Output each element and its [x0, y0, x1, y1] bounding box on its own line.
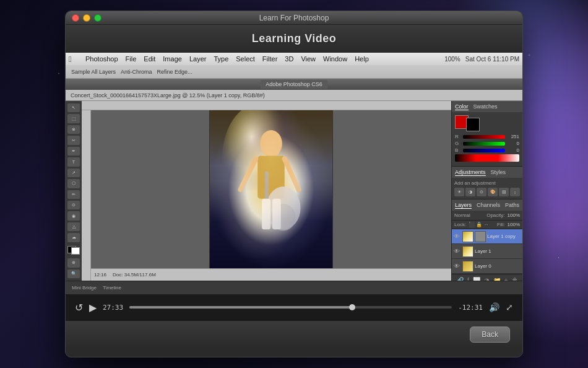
current-time: 27:33 — [103, 304, 123, 312]
ps-r-slider-row: R 251 — [455, 134, 519, 139]
ps-adj-icon-1: ☀ — [454, 188, 464, 196]
maximize-button[interactable] — [94, 14, 102, 22]
title-bar: Learn For Photoshop — [66, 11, 522, 25]
svg-rect-9 — [262, 198, 270, 229]
ps-tool-5: ✒ — [67, 147, 80, 156]
minimize-button[interactable] — [83, 14, 90, 22]
ps-menu-type: Type — [210, 55, 231, 63]
ps-layer-item-1: 👁 Layer 1 — [452, 244, 522, 259]
ps-canvas: 12:16 Doc: 34.5M/117.6M — [82, 101, 451, 281]
back-button[interactable]: Back — [470, 326, 510, 343]
ps-opt-anti: Anti-Chroma — [118, 69, 155, 75]
ps-menu-edit: Edit — [141, 55, 158, 63]
ps-image-area — [91, 110, 451, 268]
ps-tool-11: ◉ — [67, 211, 80, 220]
ps-adjustments-tab: Adjustments — [455, 169, 486, 176]
video-controls: ↺ ▶ 27:33 -12:31 🔊 ⤢ — [66, 294, 522, 320]
ps-color-tab: Color — [455, 103, 469, 110]
ps-menu-file: File — [123, 55, 140, 63]
ps-ruler-top — [82, 101, 451, 110]
ps-styles-tab: Styles — [491, 169, 506, 175]
ps-fill-label: Fill: — [497, 222, 504, 227]
play-button[interactable]: ▶ — [89, 302, 97, 313]
app-window: Learn For Photoshop Learning Video  Pho… — [65, 11, 523, 357]
ps-adj-icon-2: ◑ — [465, 188, 475, 196]
ps-document-image — [209, 110, 333, 268]
progress-fill — [129, 306, 352, 309]
close-button[interactable] — [72, 14, 79, 22]
photoshop-screenshot:  Photoshop File Edit Image Layer Type S… — [66, 53, 522, 294]
ps-opacity-value: 100% — [508, 212, 520, 218]
ps-layer-item-2: 👁 Layer 0 — [452, 259, 522, 274]
ps-doc-title-text: Concert_Stock_00001664157573XLarge.jpg @… — [71, 92, 265, 99]
ps-b-value: 0 — [507, 147, 519, 153]
ps-status-bar: 12:16 Doc: 34.5M/117.6M — [91, 268, 451, 281]
ps-adj-panel-header: Adjustments Styles — [452, 167, 522, 178]
ps-menu-photoshop: Photoshop — [82, 55, 121, 63]
ps-tool-7: ↗ — [67, 169, 80, 177]
volume-icon: 🔊 — [489, 302, 499, 312]
ps-lock-icons: ⬛ 🔒 ↔ — [469, 222, 488, 227]
ps-tool-13: ☁ — [67, 233, 80, 242]
ps-tool-3: ⊗ — [67, 125, 80, 134]
fullscreen-button[interactable]: ⤢ — [506, 302, 513, 312]
ps-tool-6: T — [67, 157, 80, 166]
ps-color-panel: Color Swatches R 251 — [452, 101, 522, 167]
ps-menubar:  Photoshop File Edit Image Layer Type S… — [66, 53, 522, 65]
ps-image-svg — [210, 110, 332, 268]
rewind-icon: ↺ — [75, 302, 83, 313]
ps-doc-title-bar: Concert_Stock_00001664157573XLarge.jpg @… — [66, 90, 522, 101]
ps-tool-4: ✂ — [67, 136, 80, 144]
ps-menu-right: 100% Sat Oct 6 11:10 PM — [444, 56, 519, 63]
ps-fill-value: 100% — [508, 222, 520, 227]
ps-tool-12: △ — [67, 222, 80, 231]
ps-tool-1: ↖ — [67, 103, 80, 112]
ps-g-value: 0 — [507, 141, 519, 146]
ps-layer-1-thumb — [462, 246, 473, 257]
ps-spectrum-bar — [455, 154, 519, 162]
ps-tool-8: ⬡ — [67, 179, 80, 188]
ps-zoom: 100% — [444, 56, 460, 63]
ps-layer-0-thumb — [462, 231, 473, 242]
ps-g-label: G — [455, 141, 461, 146]
ps-window-titlebar: Adobe Photoshop CS6 — [66, 79, 522, 90]
rewind-button[interactable]: ↺ — [75, 302, 83, 313]
ps-adj-icon-4: 🎨 — [488, 188, 498, 196]
ps-menu-image: Image — [160, 55, 185, 63]
ps-adjustments-panel: Adjustments Styles Add an adjustment ☀ ◑… — [452, 167, 522, 199]
ps-opacity-label: Opacity: — [486, 212, 504, 218]
ps-layer-1-vis: 👁 — [454, 248, 461, 255]
ps-channels-tab: Channels — [477, 202, 500, 208]
ps-layer-0-mask — [475, 231, 486, 242]
ps-color-content: R 251 G 0 B 0 — [452, 112, 522, 166]
ps-layer-1-name: Layer 1 — [475, 248, 491, 254]
ps-layers-panel-header: Layers Channels Paths — [452, 199, 522, 211]
volume-button[interactable]: 🔊 — [489, 302, 499, 312]
ps-tool-15: 🔍 — [67, 269, 80, 278]
ps-layer-2-vis: 👁 — [454, 263, 461, 269]
progress-bar[interactable] — [129, 306, 452, 309]
ps-datetime: Sat Oct 6 11:10 PM — [465, 56, 519, 63]
ps-window-title-text: Adobe Photoshop CS6 — [266, 81, 322, 87]
ps-menu-select: Select — [233, 55, 258, 63]
ps-menu-layer: Layer — [186, 55, 210, 63]
ps-adj-content: Add an adjustment ☀ ◑ ⊙ 🎨 ▤ ↕ — [452, 178, 522, 199]
ps-toolbox: ↖ ⬚ ⊗ ✂ ✒ T ↗ ⬡ ✏ ⊙ ◉ △ ☁ ⊕ 🔍 — [66, 101, 82, 281]
ps-g-slider — [463, 142, 505, 146]
ps-tool-2: ⬚ — [67, 114, 80, 123]
ps-lock-label: Lock: — [454, 222, 466, 227]
ps-layer-0-name: Layer 1 copy — [487, 234, 516, 239]
ps-options-bar: Sample All Layers Anti-Chroma Refine Edg… — [66, 65, 522, 79]
ps-doc-size: Doc: 34.5M/117.6M — [113, 272, 156, 278]
ps-adj-icons: ☀ ◑ ⊙ 🎨 ▤ ↕ — [454, 188, 520, 196]
ps-adj-icon-5: ▤ — [499, 188, 509, 196]
ps-blend-mode: Normal — [454, 212, 470, 218]
ps-r-value: 251 — [507, 134, 519, 139]
ps-b-slider-row: B 0 — [455, 147, 519, 153]
ps-bottom-tabs: Mini Bridge Timeline — [66, 281, 522, 294]
ps-menu-view: View — [298, 55, 319, 63]
ps-timeline-tab: Timeline — [100, 285, 124, 291]
ps-layers-tab: Layers — [455, 202, 472, 209]
ps-g-slider-row: G 0 — [455, 141, 519, 146]
bottom-bar: Back — [66, 320, 522, 348]
